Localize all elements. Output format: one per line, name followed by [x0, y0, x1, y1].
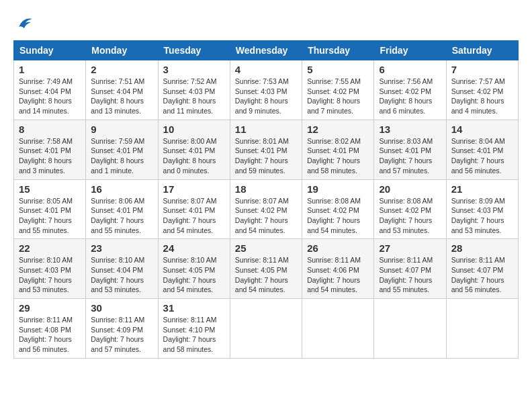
- day-info: Sunrise: 8:11 AMSunset: 4:08 PMDaylight:…: [19, 315, 81, 355]
- day-info: Sunrise: 7:57 AMSunset: 4:02 PMDaylight:…: [451, 77, 513, 116]
- calendar-cell: 7 Sunrise: 7:57 AMSunset: 4:02 PMDayligh…: [446, 60, 518, 120]
- calendar-cell: 12 Sunrise: 8:02 AMSunset: 4:01 PMDaylig…: [302, 120, 374, 179]
- calendar-cell: 4 Sunrise: 7:53 AMSunset: 4:03 PMDayligh…: [230, 60, 302, 120]
- logo: [13, 13, 36, 34]
- calendar-cell: 22 Sunrise: 8:10 AMSunset: 4:03 PMDaylig…: [14, 239, 86, 299]
- day-info: Sunrise: 8:08 AMSunset: 4:02 PMDaylight:…: [307, 196, 369, 236]
- calendar-cell: 17 Sunrise: 8:07 AMSunset: 4:01 PMDaylig…: [158, 179, 230, 239]
- day-info: Sunrise: 8:06 AMSunset: 4:01 PMDaylight:…: [91, 196, 152, 236]
- calendar-cell: 11 Sunrise: 8:01 AMSunset: 4:01 PMDaylig…: [230, 120, 302, 179]
- calendar-cell: 2 Sunrise: 7:51 AMSunset: 4:04 PMDayligh…: [86, 60, 158, 120]
- day-number: 12: [307, 124, 369, 135]
- day-number: 21: [451, 183, 513, 195]
- day-info: Sunrise: 8:05 AMSunset: 4:01 PMDaylight:…: [19, 196, 81, 236]
- day-number: 14: [451, 124, 513, 135]
- day-info: Sunrise: 8:04 AMSunset: 4:01 PMDaylight:…: [451, 136, 513, 176]
- day-number: 26: [307, 242, 369, 254]
- day-number: 16: [91, 183, 152, 195]
- day-number: 5: [307, 64, 369, 75]
- day-number: 8: [19, 124, 81, 135]
- day-info: Sunrise: 8:07 AMSunset: 4:02 PMDaylight:…: [235, 196, 297, 236]
- day-info: Sunrise: 8:11 AMSunset: 4:07 PMDaylight:…: [451, 255, 513, 295]
- calendar-header-row: SundayMondayTuesdayWednesdayThursdayFrid…: [14, 41, 519, 60]
- calendar-cell: 16 Sunrise: 8:06 AMSunset: 4:01 PMDaylig…: [86, 179, 158, 239]
- calendar-cell: [374, 299, 446, 359]
- calendar-cell: 23 Sunrise: 8:10 AMSunset: 4:04 PMDaylig…: [86, 239, 158, 299]
- day-number: 31: [163, 302, 225, 314]
- day-info: Sunrise: 8:08 AMSunset: 4:02 PMDaylight:…: [379, 196, 441, 236]
- day-info: Sunrise: 7:56 AMSunset: 4:02 PMDaylight:…: [379, 77, 441, 116]
- day-number: 20: [379, 183, 441, 195]
- day-number: 30: [91, 302, 152, 314]
- day-info: Sunrise: 8:09 AMSunset: 4:03 PMDaylight:…: [451, 196, 513, 236]
- day-number: 29: [19, 302, 81, 314]
- day-info: Sunrise: 7:49 AMSunset: 4:04 PMDaylight:…: [19, 77, 81, 116]
- header-thursday: Thursday: [302, 41, 374, 60]
- calendar-cell: 24 Sunrise: 8:10 AMSunset: 4:05 PMDaylig…: [158, 239, 230, 299]
- day-info: Sunrise: 8:11 AMSunset: 4:09 PMDaylight:…: [91, 315, 152, 355]
- day-info: Sunrise: 8:11 AMSunset: 4:06 PMDaylight:…: [307, 255, 369, 295]
- day-info: Sunrise: 8:10 AMSunset: 4:03 PMDaylight:…: [19, 255, 81, 295]
- calendar-week-5: 29 Sunrise: 8:11 AMSunset: 4:08 PMDaylig…: [14, 299, 519, 359]
- day-number: 4: [235, 64, 297, 75]
- calendar-cell: [446, 299, 518, 359]
- calendar-cell: 25 Sunrise: 8:11 AMSunset: 4:05 PMDaylig…: [230, 239, 302, 299]
- day-number: 18: [235, 183, 297, 195]
- day-number: 10: [163, 124, 225, 135]
- calendar-cell: [302, 299, 374, 359]
- calendar-cell: 28 Sunrise: 8:11 AMSunset: 4:07 PMDaylig…: [446, 239, 518, 299]
- day-number: 24: [163, 242, 225, 254]
- header-sunday: Sunday: [14, 41, 86, 60]
- day-number: 3: [163, 64, 225, 75]
- day-info: Sunrise: 7:59 AMSunset: 4:01 PMDaylight:…: [91, 136, 152, 176]
- calendar-week-3: 15 Sunrise: 8:05 AMSunset: 4:01 PMDaylig…: [14, 179, 519, 239]
- day-info: Sunrise: 7:52 AMSunset: 4:03 PMDaylight:…: [163, 77, 225, 116]
- day-info: Sunrise: 8:03 AMSunset: 4:01 PMDaylight:…: [379, 136, 441, 176]
- calendar-cell: 6 Sunrise: 7:56 AMSunset: 4:02 PMDayligh…: [374, 60, 446, 120]
- calendar-week-2: 8 Sunrise: 7:58 AMSunset: 4:01 PMDayligh…: [14, 120, 519, 179]
- day-number: 23: [91, 242, 152, 254]
- day-number: 28: [451, 242, 513, 254]
- header-wednesday: Wednesday: [230, 41, 302, 60]
- calendar-week-1: 1 Sunrise: 7:49 AMSunset: 4:04 PMDayligh…: [14, 60, 519, 120]
- calendar-cell: 31 Sunrise: 8:11 AMSunset: 4:10 PMDaylig…: [158, 299, 230, 359]
- day-info: Sunrise: 8:02 AMSunset: 4:01 PMDaylight:…: [307, 136, 369, 176]
- calendar-cell: 8 Sunrise: 7:58 AMSunset: 4:01 PMDayligh…: [14, 120, 86, 179]
- calendar-cell: 21 Sunrise: 8:09 AMSunset: 4:03 PMDaylig…: [446, 179, 518, 239]
- day-info: Sunrise: 8:01 AMSunset: 4:01 PMDaylight:…: [235, 136, 297, 176]
- calendar-cell: 5 Sunrise: 7:55 AMSunset: 4:02 PMDayligh…: [302, 60, 374, 120]
- calendar-cell: 30 Sunrise: 8:11 AMSunset: 4:09 PMDaylig…: [86, 299, 158, 359]
- header-monday: Monday: [86, 41, 158, 60]
- calendar-week-4: 22 Sunrise: 8:10 AMSunset: 4:03 PMDaylig…: [14, 239, 519, 299]
- calendar-cell: 29 Sunrise: 8:11 AMSunset: 4:08 PMDaylig…: [14, 299, 86, 359]
- calendar-cell: 9 Sunrise: 7:59 AMSunset: 4:01 PMDayligh…: [86, 120, 158, 179]
- day-info: Sunrise: 8:10 AMSunset: 4:04 PMDaylight:…: [91, 255, 152, 295]
- header-tuesday: Tuesday: [158, 41, 230, 60]
- calendar-cell: 3 Sunrise: 7:52 AMSunset: 4:03 PMDayligh…: [158, 60, 230, 120]
- day-number: 27: [379, 242, 441, 254]
- day-info: Sunrise: 7:55 AMSunset: 4:02 PMDaylight:…: [307, 77, 369, 116]
- day-number: 11: [235, 124, 297, 135]
- calendar-cell: 26 Sunrise: 8:11 AMSunset: 4:06 PMDaylig…: [302, 239, 374, 299]
- day-info: Sunrise: 8:10 AMSunset: 4:05 PMDaylight:…: [163, 255, 225, 295]
- calendar-cell: 20 Sunrise: 8:08 AMSunset: 4:02 PMDaylig…: [374, 179, 446, 239]
- day-number: 19: [307, 183, 369, 195]
- day-number: 2: [91, 64, 152, 75]
- day-number: 15: [19, 183, 81, 195]
- day-info: Sunrise: 8:00 AMSunset: 4:01 PMDaylight:…: [163, 136, 225, 176]
- day-info: Sunrise: 8:11 AMSunset: 4:07 PMDaylight:…: [379, 255, 441, 295]
- calendar-cell: 18 Sunrise: 8:07 AMSunset: 4:02 PMDaylig…: [230, 179, 302, 239]
- day-info: Sunrise: 7:51 AMSunset: 4:04 PMDaylight:…: [91, 77, 152, 116]
- logo-icon: [13, 13, 34, 34]
- day-info: Sunrise: 7:58 AMSunset: 4:01 PMDaylight:…: [19, 136, 81, 176]
- day-number: 9: [91, 124, 152, 135]
- calendar-cell: [230, 299, 302, 359]
- calendar-cell: 27 Sunrise: 8:11 AMSunset: 4:07 PMDaylig…: [374, 239, 446, 299]
- day-number: 25: [235, 242, 297, 254]
- calendar-cell: 10 Sunrise: 8:00 AMSunset: 4:01 PMDaylig…: [158, 120, 230, 179]
- day-number: 17: [163, 183, 225, 195]
- calendar-cell: 14 Sunrise: 8:04 AMSunset: 4:01 PMDaylig…: [446, 120, 518, 179]
- day-info: Sunrise: 7:53 AMSunset: 4:03 PMDaylight:…: [235, 77, 297, 116]
- header-saturday: Saturday: [446, 41, 518, 60]
- day-number: 6: [379, 64, 441, 75]
